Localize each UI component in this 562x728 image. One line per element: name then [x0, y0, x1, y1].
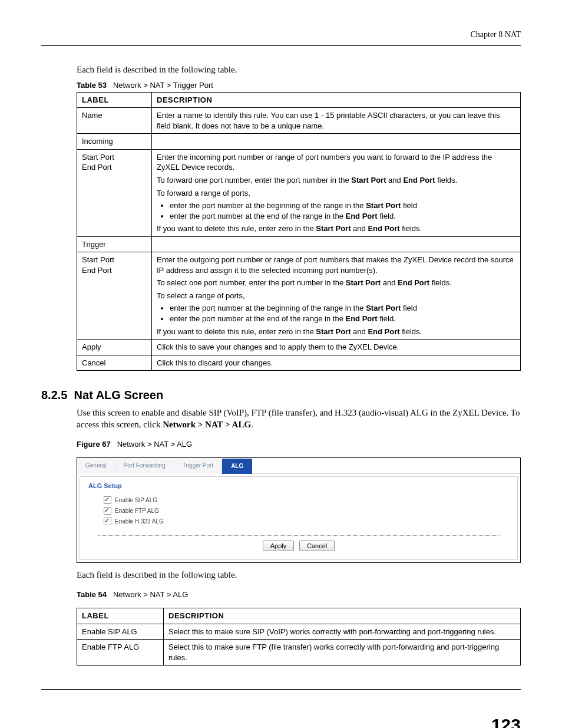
section-title: Nat ALG Screen — [74, 388, 164, 401]
cell-label-line2: End Port — [82, 163, 112, 172]
checkbox-sip[interactable] — [104, 496, 111, 504]
table53-caption-prefix: Table 53 — [77, 81, 107, 90]
cell-desc-para: If you want to delete this rule, enter z… — [157, 327, 515, 337]
page-footer: P-2302HWUDL-P1 Series User's Guide 123 — [41, 713, 521, 728]
table-row: Enable FTP ALG Select this to make sure … — [77, 640, 521, 666]
section-heading: 8.2.5 Nat ALG Screen — [41, 387, 521, 403]
header-rule — [41, 45, 521, 46]
dotted-divider — [98, 535, 500, 536]
table-row: Enable SIP ALG Select this to make sure … — [77, 624, 521, 640]
cell-desc: Enter the outgoing port number or range … — [152, 252, 521, 340]
table53-head-label: LABEL — [77, 92, 152, 108]
table-row: Start Port End Port Enter the outgoing p… — [77, 252, 521, 340]
list-item: enter the port number at the beginning o… — [170, 200, 515, 211]
chapter-header: Chapter 8 NAT — [41, 29, 521, 41]
list-item: enter the port number at the beginning o… — [170, 303, 515, 314]
table53-head-desc: DESCRIPTION — [152, 92, 521, 108]
tab-general[interactable]: General — [77, 459, 115, 474]
table53-header-row: LABEL DESCRIPTION — [77, 92, 521, 108]
cell-desc-para: To forward one port number, enter the po… — [157, 175, 515, 186]
cell-desc-para: Enter the incoming port number or range … — [157, 152, 515, 173]
table-row: Name Enter a name to identify this rule.… — [77, 108, 521, 134]
cell-label-line1: Start Port — [82, 255, 114, 264]
cell-label: Start Port End Port — [77, 149, 152, 236]
table53-caption: Table 53 Network > NAT > Trigger Port — [77, 80, 521, 91]
cell-desc: Select this to make sure FTP (file trans… — [164, 640, 521, 666]
table-row: Start Port End Port Enter the incoming p… — [77, 149, 521, 236]
figure67-caption-prefix: Figure 67 — [77, 440, 111, 449]
cell-desc-para: If you want to delete this rule, enter z… — [157, 223, 515, 234]
alg-panel: ALG Setup Enable SIP ALG Enable FTP ALG … — [80, 476, 518, 561]
cell-label: Cancel — [77, 355, 152, 371]
intro-text-1: Each field is described in the following… — [77, 64, 521, 75]
cell-label: Enable SIP ALG — [77, 624, 164, 640]
cell-desc: Enter the incoming port number or range … — [152, 149, 521, 236]
table54-head-desc: DESCRIPTION — [164, 608, 521, 624]
table-row: Apply Click this to save your changes an… — [77, 340, 521, 355]
cell-desc-list: enter the port number at the beginning o… — [157, 200, 515, 221]
cell-label: Trigger — [77, 236, 152, 252]
cell-desc-list: enter the port number at the beginning o… — [157, 303, 515, 324]
table54: LABEL DESCRIPTION Enable SIP ALG Select … — [77, 608, 521, 666]
cancel-button[interactable]: Cancel — [299, 541, 335, 552]
cell-desc: Click this to save your changes and to a… — [152, 340, 521, 355]
table-row: Cancel Click this to discard your change… — [77, 355, 521, 371]
checkbox-h323[interactable] — [104, 518, 111, 525]
tab-alg[interactable]: ALG — [222, 459, 252, 474]
tab-trigger-port[interactable]: Trigger Port — [174, 459, 222, 474]
cell-desc: Enter a name to identify this rule. You … — [152, 108, 521, 134]
cell-label: Name — [77, 108, 152, 134]
apply-button[interactable]: Apply — [263, 541, 295, 552]
footer-rule — [41, 689, 521, 690]
cell-label: Incoming — [77, 134, 152, 150]
list-item: enter the port number at the end of the … — [170, 211, 515, 222]
table54-caption: Table 54 Network > NAT > ALG — [77, 589, 521, 600]
table54-caption-text: Network > NAT > ALG — [113, 590, 188, 599]
table53: LABEL DESCRIPTION Name Enter a name to i… — [77, 92, 521, 371]
alg-option-ftp: Enable FTP ALG — [104, 506, 505, 516]
figure67-caption: Figure 67 Network > NAT > ALG — [77, 439, 521, 450]
cell-label: Enable FTP ALG — [77, 640, 164, 666]
table53-caption-text: Network > NAT > Trigger Port — [113, 81, 213, 90]
table54-header-row: LABEL DESCRIPTION — [77, 608, 521, 624]
cell-label-line2: End Port — [82, 266, 112, 275]
table54-head-label: LABEL — [77, 608, 164, 624]
checkbox-ftp[interactable] — [104, 507, 111, 515]
alg-option-label: Enable H.323 ALG — [115, 518, 164, 526]
alg-options: Enable SIP ALG Enable FTP ALG Enable H.3… — [80, 493, 517, 534]
alg-option-label: Enable SIP ALG — [115, 496, 157, 505]
table-row: Trigger — [77, 236, 521, 252]
cell-label: Apply — [77, 340, 152, 355]
footer-page-number: 123 — [491, 713, 521, 728]
list-item: enter the port number at the end of the … — [170, 314, 515, 324]
table-row: Incoming — [77, 134, 521, 150]
cell-desc — [152, 134, 521, 150]
section-number: 8.2.5 — [41, 388, 67, 401]
cell-desc-para: To select a range of ports, — [157, 291, 515, 301]
cell-desc — [152, 236, 521, 252]
alg-panel-title: ALG Setup — [80, 477, 517, 493]
alg-option-sip: Enable SIP ALG — [104, 495, 505, 506]
section-paragraph: Use this screen to enable and disable SI… — [77, 407, 521, 431]
alg-option-h323: Enable H.323 ALG — [104, 516, 505, 527]
alg-option-label: Enable FTP ALG — [115, 507, 159, 515]
table54-caption-prefix: Table 54 — [77, 590, 107, 599]
cell-desc: Click this to discard your changes. — [152, 355, 521, 371]
cell-desc-para: To select one port number, enter the por… — [157, 278, 515, 288]
intro-text-2: Each field is described in the following… — [77, 569, 521, 581]
cell-desc: Select this to make sure SIP (VoIP) work… — [164, 624, 521, 640]
cell-label: Start Port End Port — [77, 252, 152, 340]
alg-screenshot: General Port Forwarding Trigger Port ALG… — [77, 457, 521, 563]
tabs-row: General Port Forwarding Trigger Port ALG — [77, 458, 520, 474]
cell-label-line1: Start Port — [82, 153, 114, 162]
cell-desc-para: To forward a range of ports, — [157, 188, 515, 199]
button-row: Apply Cancel — [80, 541, 517, 560]
tab-port-forwarding[interactable]: Port Forwarding — [115, 459, 174, 474]
cell-desc-para: Enter the outgoing port number or range … — [157, 255, 515, 275]
figure67-caption-text: Network > NAT > ALG — [117, 440, 192, 449]
